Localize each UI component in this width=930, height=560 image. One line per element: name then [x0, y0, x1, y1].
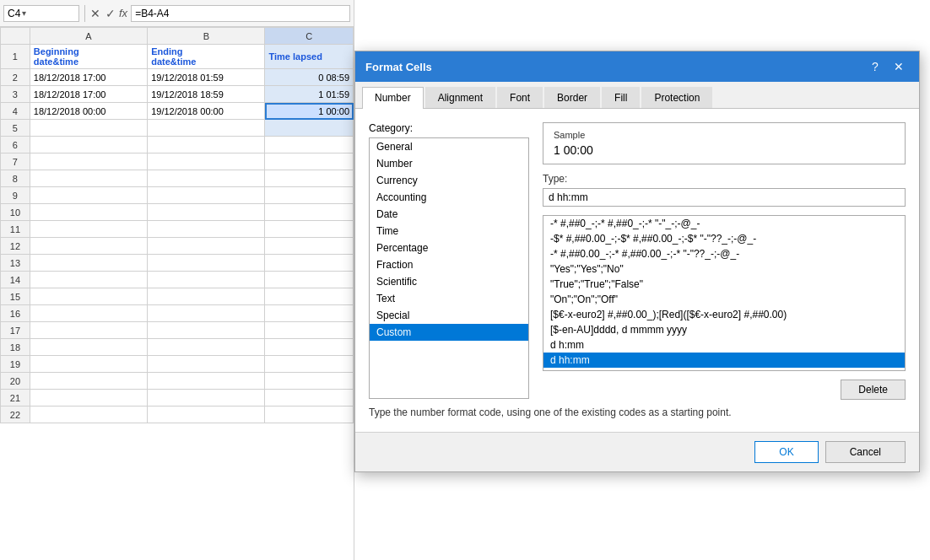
category-item-general[interactable]: General	[370, 138, 528, 155]
dialog-title: Format Cells	[365, 61, 432, 73]
table-row: 9	[1, 187, 354, 204]
table-row: 2 18/12/2018 17:00 19/12/2018 01:59 0 08…	[1, 69, 354, 86]
format-item-6[interactable]: "On";"On";"Off"	[543, 292, 905, 307]
category-item-time[interactable]: Time	[370, 223, 528, 240]
cell-c1[interactable]: Time lapsed	[265, 45, 354, 69]
formula-divider	[84, 5, 85, 22]
cell-c4-selected[interactable]: 1 00:00	[265, 103, 354, 120]
cell-b4[interactable]: 19/12/2018 00:00	[148, 103, 265, 120]
dialog-body: Category: General Number Currency Accoun…	[369, 122, 906, 400]
format-item-11[interactable]: d	[543, 368, 905, 371]
category-item-scientific[interactable]: Scientific	[370, 273, 528, 290]
category-item-number[interactable]: Number	[370, 155, 528, 172]
cancel-formula-icon[interactable]: ✕	[90, 7, 100, 20]
cell-ref-dropdown-icon[interactable]: ▾	[20, 8, 26, 18]
dialog-title-buttons: ? ✕	[865, 58, 909, 75]
formula-icon-group: ✕ ✓	[90, 7, 116, 20]
formula-bar: C4 ▾ ✕ ✓ fx	[0, 0, 354, 27]
type-label: Type:	[543, 173, 906, 185]
dialog-footer: OK Cancel	[355, 432, 919, 471]
spreadsheet-grid: A B C 1 Beginningdate&time Endingdate&ti…	[0, 27, 354, 423]
table-row: 1 Beginningdate&time Endingdate&time Tim…	[1, 45, 354, 69]
tab-alignment[interactable]: Alignment	[425, 87, 495, 108]
category-item-percentage[interactable]: Percentage	[370, 240, 528, 256]
tab-font[interactable]: Font	[497, 87, 543, 108]
category-list[interactable]: General Number Currency Accounting Date …	[369, 137, 529, 399]
formula-input[interactable]	[131, 5, 350, 22]
table-row: 16	[1, 305, 354, 322]
sample-box: Sample 1 00:00	[543, 122, 906, 164]
tab-number[interactable]: Number	[362, 87, 424, 109]
category-item-special[interactable]: Special	[370, 307, 528, 324]
cell-a2[interactable]: 18/12/2018 17:00	[30, 69, 147, 86]
table-row: 17	[1, 322, 354, 339]
dialog-close-button[interactable]: ✕	[889, 58, 909, 75]
table-row: 20	[1, 373, 354, 390]
description-text: Type the number format code, using one o…	[369, 400, 906, 418]
ok-button[interactable]: OK	[754, 441, 818, 463]
table-row: 13	[1, 255, 354, 272]
table-row: 6	[1, 137, 354, 153]
table-row: 8	[1, 170, 354, 187]
category-label: Category:	[369, 122, 529, 134]
category-section: Category: General Number Currency Accoun…	[369, 122, 529, 400]
format-item-3[interactable]: -* #,##0.00_-;-* #,##0.00_-;-* "-"??_-;-…	[543, 246, 905, 261]
col-header-b[interactable]: B	[148, 28, 265, 45]
format-item-8[interactable]: [$-en-AU]dddd, d mmmm yyyy	[543, 322, 905, 337]
table-row: 10	[1, 204, 354, 221]
format-item-1[interactable]: -* #,##0_-;-* #,##0_-;-* "-"_-;-@_-	[543, 216, 905, 231]
cell-b3[interactable]: 19/12/2018 18:59	[148, 86, 265, 103]
right-panel: Sample 1 00:00 Type: -* #,##0_-;-* #,##0…	[543, 122, 906, 400]
table-row: 18	[1, 339, 354, 356]
format-list[interactable]: -* #,##0_-;-* #,##0_-;-* "-"_-;-@_- -$* …	[543, 215, 906, 371]
table-row: 12	[1, 238, 354, 255]
type-section: Type:	[543, 173, 906, 207]
format-item-9[interactable]: d h:mm	[543, 337, 905, 353]
dialog-tabs: Number Alignment Font Border Fill Protec…	[355, 82, 919, 109]
table-row: 7	[1, 153, 354, 170]
format-item-5[interactable]: "True";"True";"False"	[543, 277, 905, 292]
cancel-button[interactable]: Cancel	[825, 441, 906, 463]
tab-border[interactable]: Border	[544, 87, 600, 108]
category-item-fraction[interactable]: Fraction	[370, 256, 528, 273]
cell-b2[interactable]: 19/12/2018 01:59	[148, 69, 265, 86]
table-row: 14	[1, 272, 354, 288]
tab-fill[interactable]: Fill	[602, 87, 640, 108]
table-row: 15	[1, 288, 354, 305]
table-row: 21	[1, 390, 354, 407]
format-cells-dialog: Format Cells ? ✕ Number Alignment Font B…	[354, 51, 920, 472]
format-item-4[interactable]: "Yes";"Yes";"No"	[543, 261, 905, 277]
cell-a3[interactable]: 18/12/2018 17:00	[30, 86, 147, 103]
delete-btn-container: Delete	[543, 380, 906, 400]
col-header-c[interactable]: C	[265, 28, 354, 45]
dialog-help-button[interactable]: ?	[865, 58, 885, 75]
cell-a4[interactable]: 18/12/2018 00:00	[30, 103, 147, 120]
cell-b1[interactable]: Endingdate&time	[148, 45, 265, 69]
format-item-2[interactable]: -$* #,##0.00_-;-$* #,##0.00_-;-$* "-"??_…	[543, 231, 905, 246]
cell-ref-label: C4	[8, 8, 20, 19]
type-input[interactable]	[543, 188, 906, 207]
table-row: 22	[1, 407, 354, 423]
column-header-row: A B C	[1, 28, 354, 45]
dialog-content: Category: General Number Currency Accoun…	[355, 109, 919, 432]
col-header-a[interactable]: A	[30, 28, 147, 45]
table-row: 19	[1, 356, 354, 373]
cell-a1[interactable]: Beginningdate&time	[30, 45, 147, 69]
category-item-currency[interactable]: Currency	[370, 172, 528, 189]
delete-button[interactable]: Delete	[841, 380, 906, 400]
category-item-accounting[interactable]: Accounting	[370, 189, 528, 206]
category-item-text[interactable]: Text	[370, 290, 528, 307]
category-item-custom[interactable]: Custom	[370, 324, 528, 341]
cell-c3[interactable]: 1 01:59	[265, 86, 354, 103]
tab-protection[interactable]: Protection	[641, 87, 712, 108]
confirm-formula-icon[interactable]: ✓	[105, 7, 116, 20]
fx-icon: fx	[119, 7, 127, 19]
format-item-10[interactable]: d hh:mm	[543, 353, 905, 368]
cell-c2[interactable]: 0 08:59	[265, 69, 354, 86]
sample-label: Sample	[554, 130, 895, 140]
format-item-7[interactable]: [$€-x-euro2] #,##0.00_);[Red]([$€-x-euro…	[543, 307, 905, 322]
sample-value: 1 00:00	[554, 143, 895, 157]
dialog-titlebar: Format Cells ? ✕	[355, 51, 919, 82]
category-item-date[interactable]: Date	[370, 206, 528, 223]
cell-ref-box[interactable]: C4 ▾	[3, 5, 79, 22]
